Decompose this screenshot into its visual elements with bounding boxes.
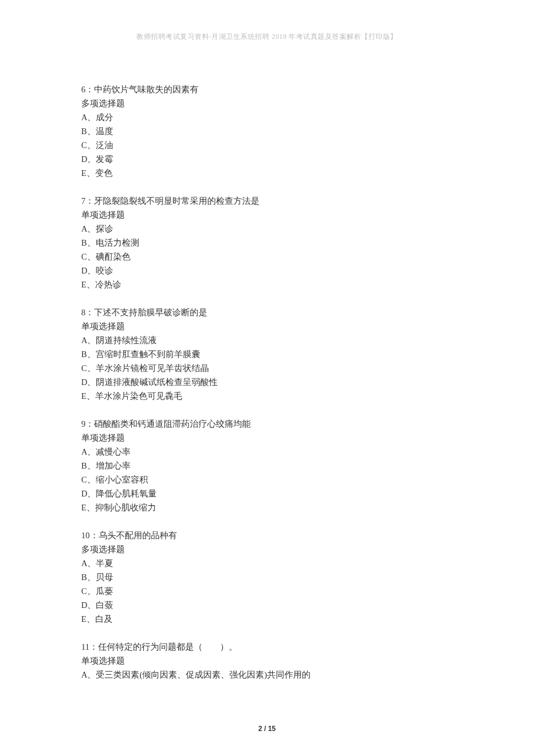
option: D、白蔹 [81,598,453,612]
option: E、冷热诊 [81,278,453,291]
option: A、探诊 [81,222,453,236]
option: C、泛油 [81,138,453,152]
question-9: 9：硝酸酯类和钙通道阻滞药治疗心绞痛均能 单项选择题 A、减慢心率 B、增加心率… [81,417,453,514]
question-stem: 8：下述不支持胎膜早破诊断的是 [81,305,453,319]
question-type: 多项选择题 [81,96,453,110]
option: E、变色 [81,166,453,180]
question-7: 7：牙隐裂隐裂线不明显时常采用的检查方法是 单项选择题 A、探诊 B、电活力检测… [81,194,453,291]
question-6: 6：中药饮片气味散失的因素有 多项选择题 A、成分 B、温度 C、泛油 D、发霉… [81,82,453,180]
question-stem: 9：硝酸酯类和钙通道阻滞药治疗心绞痛均能 [81,417,453,431]
option: E、羊水涂片染色可见毳毛 [81,389,453,403]
question-10: 10：乌头不配用的品种有 多项选择题 A、半夏 B、贝母 C、瓜蒌 D、白蔹 E… [81,528,453,626]
option: C、碘酊染色 [81,250,453,264]
question-type: 单项选择题 [81,208,453,222]
question-stem: 11：任何特定的行为问题都是（ ）。 [81,640,453,654]
question-stem: 10：乌头不配用的品种有 [81,528,453,542]
option: A、半夏 [81,556,453,570]
question-type: 单项选择题 [81,654,453,668]
option: B、温度 [81,124,453,138]
option: C、缩小心室容积 [81,473,453,487]
question-type: 单项选择题 [81,431,453,445]
option: D、发霉 [81,152,453,166]
question-8: 8：下述不支持胎膜早破诊断的是 单项选择题 A、阴道持续性流液 B、宫缩时肛查触… [81,305,453,403]
page-number: 2 / 15 [0,725,534,733]
option: A、受三类因素(倾向因素、促成因素、强化因素)共同作用的 [81,668,453,682]
option: B、宫缩时肛查触不到前羊膜囊 [81,347,453,361]
option: E、抑制心肌收缩力 [81,501,453,514]
option: B、贝母 [81,570,453,584]
option: A、阴道持续性流液 [81,333,453,347]
option: B、电活力检测 [81,236,453,250]
document-page: 教师招聘考试复习资料-月湖卫生系统招聘 2019 年考试真题及答案解析【打印版】… [0,0,534,719]
option: E、白及 [81,612,453,626]
option: C、瓜蒌 [81,584,453,598]
option: A、减慢心率 [81,445,453,459]
question-stem: 7：牙隐裂隐裂线不明显时常采用的检查方法是 [81,194,453,208]
option: D、阴道排液酸碱试纸检查呈弱酸性 [81,375,453,389]
option: B、增加心率 [81,459,453,473]
question-stem: 6：中药饮片气味散失的因素有 [81,82,453,96]
option: D、咬诊 [81,264,453,278]
question-11: 11：任何特定的行为问题都是（ ）。 单项选择题 A、受三类因素(倾向因素、促成… [81,640,453,682]
option: A、成分 [81,110,453,124]
question-type: 多项选择题 [81,542,453,556]
page-header: 教师招聘考试复习资料-月湖卫生系统招聘 2019 年考试真题及答案解析【打印版】 [81,32,453,42]
option: C、羊水涂片镜检可见羊齿状结晶 [81,361,453,375]
option: D、降低心肌耗氧量 [81,487,453,501]
question-type: 单项选择题 [81,319,453,333]
